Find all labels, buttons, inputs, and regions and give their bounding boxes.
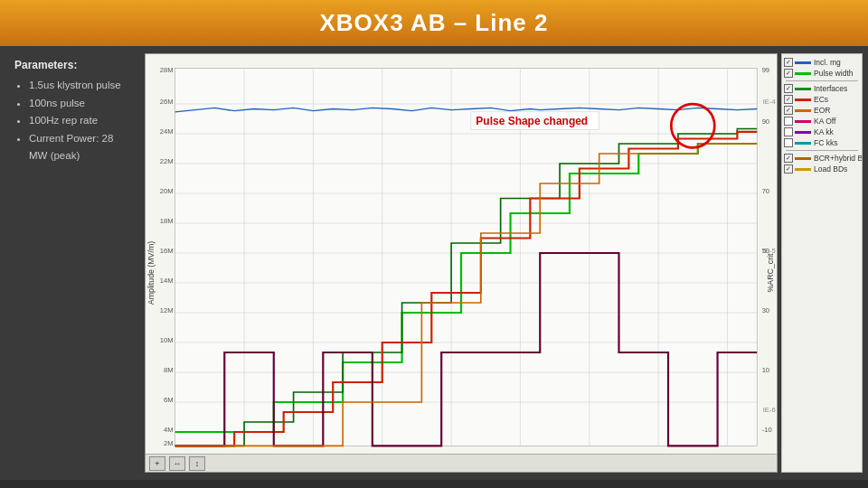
legend-label-pulsewidth: Pulse width [814,69,853,78]
legend-color-kakk [795,131,811,134]
svg-text:IE-4: IE-4 [763,98,777,106]
legend-item-ecs: ECs [784,95,860,104]
param-item: 100Hz rep rate [29,112,130,130]
legend-checkbox-interfaces[interactable] [784,84,793,93]
legend-separator-2 [786,150,858,151]
svg-text:-10: -10 [762,426,772,434]
legend-color-interfaces [795,88,811,90]
legend-checkbox-loadbds[interactable] [784,164,793,174]
param-item: Current Power: 28 MW (peak) [29,130,130,165]
legend-color-fckks [795,142,811,145]
svg-text:14M: 14M [160,277,174,285]
pan-y-button[interactable]: ↕ [189,456,205,471]
svg-text:90: 90 [762,117,769,126]
chart-area: History Pulses [145,53,778,473]
svg-text:24M: 24M [160,127,174,136]
svg-text:99: 99 [762,66,769,74]
legend-checkbox-pulsewidth[interactable] [784,69,793,78]
svg-text:70: 70 [762,187,769,195]
right-legend-panel: Incl. mg Pulse width Interfaces ECs EOR … [781,53,863,473]
legend-color-eor [795,109,811,112]
svg-text:6M: 6M [164,396,174,404]
legend-label-kaoff: KA Off [814,117,835,126]
param-item: 1.5us klystron pulse [29,77,130,95]
left-panel: Parameters: 1.5us klystron pulse 100ns p… [0,46,145,480]
main-content: Parameters: 1.5us klystron pulse 100ns p… [0,46,868,480]
pan-x-button[interactable]: ↔ [169,456,185,471]
legend-checkbox-inclmg[interactable] [784,58,793,67]
param-item: 100ns pulse [29,95,130,113]
legend-label-loadbds: Load BDs [814,164,847,174]
legend-color-ecs [795,99,811,101]
svg-text:16M: 16M [160,247,174,255]
legend-label-fckks: FC kks [814,138,837,147]
legend-label-bcrhybrid: BCR+hybrid BDs [814,154,863,163]
legend-color-inclmg [795,61,811,64]
svg-text:4M: 4M [164,426,174,434]
legend-item-loadbds: Load BDs [784,164,860,174]
zoom-in-button[interactable]: + [149,456,165,471]
legend-label-inclmg: Incl. mg [814,58,841,67]
svg-text:20M: 20M [160,187,174,195]
svg-rect-1 [175,68,757,446]
legend-label-eor: EOR [814,106,830,115]
svg-text:Pulse Shape changed: Pulse Shape changed [476,115,588,127]
page-title: XBOX3 AB – Line 2 [0,0,868,46]
svg-text:26M: 26M [160,98,174,106]
legend-checkbox-bcrhybrid[interactable] [784,154,793,163]
svg-text:22M: 22M [160,157,174,165]
svg-text:8M: 8M [164,366,174,374]
legend-checkbox-kaoff[interactable] [784,117,793,126]
legend-checkbox-ecs[interactable] [784,95,793,104]
title-text: XBOX3 AB – Line 2 [320,9,549,36]
legend-color-bcrhybrid [795,157,811,160]
svg-text:Amplitude (MV/m): Amplitude (MV/m) [146,241,156,305]
svg-text:10M: 10M [160,336,174,344]
legend-item-kakk: KA kk [784,127,860,136]
legend-item-bcrhybrid: BCR+hybrid BDs [784,154,860,163]
svg-text:28M: 28M [160,66,174,74]
legend-item-inclmg: Incl. mg [784,58,860,67]
legend-label-interfaces: Interfaces [814,84,847,93]
legend-label-ecs: ECs [814,95,828,104]
legend-checkbox-fckks[interactable] [784,138,793,147]
legend-label-kakk: KA kk [814,127,834,136]
params-list: 1.5us klystron pulse 100ns pulse 100Hz r… [14,77,130,165]
legend-color-loadbds [795,168,811,171]
legend-checkbox-eor[interactable] [784,106,793,115]
svg-text:18M: 18M [160,217,174,225]
legend-item-eor: EOR [784,106,860,115]
chart-toolbar: + ↔ ↕ [146,454,777,472]
svg-text:30: 30 [762,306,769,314]
legend-item-kaoff: KA Off [784,117,860,126]
legend-color-kaoff [795,120,811,123]
params-title: Parameters: [14,59,130,71]
legend-separator-1 [786,80,858,81]
legend-item-pulsewidth: Pulse width [784,69,860,78]
svg-text:10: 10 [762,366,769,374]
svg-text:2M: 2M [164,439,174,447]
svg-text:IE-6: IE-6 [763,406,776,414]
svg-text:%ARC_crit: %ARC_crit [766,253,775,293]
legend-item-interfaces: Interfaces [784,84,860,93]
legend-checkbox-kakk[interactable] [784,127,793,136]
svg-text:12M: 12M [160,306,174,314]
legend-item-fckks: FC kks [784,138,860,147]
legend-color-pulsewidth [795,72,811,75]
chart-svg: 28M 26M 24M 22M 20M 18M 16M 14M 12M 10M … [146,54,777,472]
